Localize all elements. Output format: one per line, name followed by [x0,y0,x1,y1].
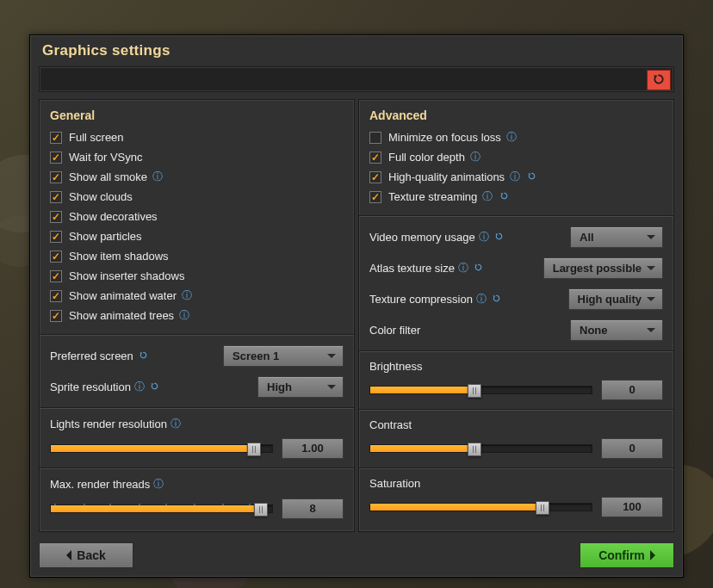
advanced-check-row: Texture streaming [369,187,663,207]
lights-resolution-value[interactable]: 1.00 [282,438,344,459]
advanced-panel: Advanced Minimize on focus lossFull colo… [358,99,674,532]
divider [359,467,673,468]
general-check-row: Show decoratives [50,207,344,226]
general-check-label: Wait for VSync [69,147,142,167]
general-check-checkbox[interactable] [50,290,62,302]
lights-resolution-label: Lights render resolution [50,418,167,430]
general-check-row: Show all smoke [50,167,344,187]
back-button[interactable]: Back [39,542,133,568]
refresh-icon[interactable] [139,350,148,362]
info-icon[interactable] [458,261,468,275]
info-icon[interactable] [170,417,181,431]
general-check-checkbox[interactable] [50,310,62,322]
general-check-row: Show animated trees [50,306,344,325]
info-icon[interactable] [134,380,145,394]
divider [40,334,354,335]
render-threads-value[interactable]: 8 [282,498,344,519]
refresh-icon[interactable] [492,293,501,305]
color-filter-dropdown[interactable]: None [570,319,663,341]
preferred-screen-label: Preferred screen [50,350,148,362]
general-check-checkbox[interactable] [50,132,62,144]
general-check-label: Show animated trees [69,306,174,325]
general-check-row: Show clouds [50,187,344,207]
general-check-checkbox[interactable] [50,270,62,282]
info-icon[interactable] [510,167,520,187]
video-memory-dropdown[interactable]: All [570,226,663,248]
refresh-icon[interactable] [499,187,509,207]
reset-icon [652,72,666,89]
refresh-icon[interactable] [150,381,159,393]
texture-compression-label: Texture compression [369,292,501,306]
advanced-check-label: Full color depth [388,147,465,167]
lights-resolution-slider[interactable] [50,444,273,453]
advanced-check-row: Full color depth [369,147,663,167]
saturation-value[interactable]: 100 [601,497,663,517]
advanced-check-checkbox[interactable] [369,171,381,183]
texture-compression-dropdown[interactable]: High quality [568,288,663,310]
render-threads-label: Max. render threads [50,478,150,491]
info-icon[interactable] [482,187,493,207]
saturation-label: Saturation [369,477,420,490]
brightness-slider[interactable] [369,386,592,394]
general-check-row: Show item shadows [50,246,344,266]
advanced-check-row: Minimize on focus loss [369,127,663,147]
general-check-checkbox[interactable] [50,152,62,164]
contrast-label: Contrast [369,418,412,431]
confirm-button[interactable]: Confirm [580,542,674,568]
video-memory-label: Video memory usage [369,230,504,244]
refresh-icon[interactable] [527,167,536,187]
refresh-icon[interactable] [474,262,483,274]
reset-button[interactable] [647,70,671,90]
general-check-checkbox[interactable] [50,171,62,183]
general-check-checkbox[interactable] [50,231,62,243]
general-check-label: Show decoratives [69,207,158,226]
advanced-check-label: Texture streaming [388,187,477,207]
atlas-size-dropdown[interactable]: Largest possible [543,257,663,279]
saturation-slider[interactable] [369,503,592,511]
general-check-checkbox[interactable] [50,211,62,223]
divider [359,215,673,216]
atlas-size-label: Atlas texture size [369,261,483,275]
general-check-row: Full screen [50,127,344,147]
divider [359,409,673,410]
advanced-check-checkbox[interactable] [369,191,381,203]
info-icon[interactable] [152,167,163,187]
general-check-checkbox[interactable] [50,251,62,263]
advanced-check-label: High-quality animations [388,167,505,187]
preferred-screen-dropdown[interactable]: Screen 1 [223,345,344,367]
divider [359,350,673,351]
divider [40,467,354,468]
general-check-label: Show animated water [69,286,177,306]
refresh-icon[interactable] [494,231,504,243]
info-icon[interactable] [179,306,189,325]
info-icon[interactable] [153,477,164,492]
advanced-check-label: Minimize on focus loss [388,127,501,147]
advanced-check-checkbox[interactable] [369,132,381,144]
graphics-settings-window: Graphics settings General Full screenWai… [29,34,684,578]
info-icon[interactable] [470,147,480,167]
info-icon[interactable] [479,230,489,244]
brightness-label: Brightness [369,360,422,373]
info-icon[interactable] [182,286,192,306]
contrast-value[interactable]: 0 [601,438,663,459]
sprite-resolution-label: Sprite resolution [50,380,159,394]
general-check-label: Show all smoke [69,167,147,187]
general-check-label: Show inserter shadows [69,266,184,286]
general-check-label: Show particles [69,226,142,246]
general-panel: General Full screenWait for VSyncShow al… [39,99,355,532]
advanced-check-checkbox[interactable] [369,152,381,164]
general-check-checkbox[interactable] [50,191,62,203]
window-title: Graphics settings [30,35,683,66]
info-icon[interactable] [506,127,517,147]
advanced-check-row: High-quality animations [369,167,663,187]
brightness-value[interactable]: 0 [601,380,663,400]
chevron-right-icon [650,550,660,560]
general-check-label: Show clouds [69,187,133,207]
render-threads-slider[interactable] [50,504,273,513]
color-filter-label: Color filter [369,324,420,337]
info-icon[interactable] [476,292,487,306]
general-check-label: Show item shadows [69,246,169,266]
contrast-slider[interactable] [369,444,592,453]
sprite-resolution-dropdown[interactable]: High [257,376,344,398]
general-check-row: Show inserter shadows [50,266,344,286]
